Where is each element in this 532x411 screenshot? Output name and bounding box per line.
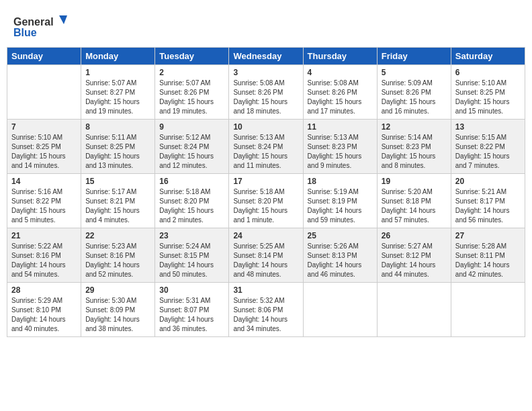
day-info: Sunrise: 5:12 AM Sunset: 8:24 PM Dayligh…	[159, 134, 214, 169]
day-info: Sunrise: 5:26 AM Sunset: 8:13 PM Dayligh…	[308, 242, 362, 278]
calendar-cell: 4 Sunrise: 5:08 AM Sunset: 8:26 PM Dayli…	[303, 65, 377, 120]
calendar-cell: 11 Sunrise: 5:13 AM Sunset: 8:23 PM Dayl…	[303, 120, 377, 174]
day-number: 21	[11, 231, 77, 240]
calendar-week-row: 7 Sunrise: 5:10 AM Sunset: 8:25 PM Dayli…	[7, 120, 525, 174]
calendar-cell: 28 Sunrise: 5:29 AM Sunset: 8:10 PM Dayl…	[7, 283, 81, 337]
day-info: Sunrise: 5:08 AM Sunset: 8:26 PM Dayligh…	[308, 79, 362, 115]
calendar-cell	[377, 283, 451, 337]
day-info: Sunrise: 5:18 AM Sunset: 8:20 PM Dayligh…	[159, 188, 214, 224]
day-info: Sunrise: 5:08 AM Sunset: 8:26 PM Dayligh…	[233, 79, 287, 115]
day-number: 28	[11, 285, 77, 295]
svg-text:Blue: Blue	[13, 27, 37, 38]
day-number: 29	[85, 285, 150, 295]
day-info: Sunrise: 5:25 AM Sunset: 8:14 PM Dayligh…	[233, 242, 287, 278]
calendar-cell: 19 Sunrise: 5:20 AM Sunset: 8:18 PM Dayl…	[377, 174, 451, 228]
calendar-cell	[451, 283, 525, 337]
day-info: Sunrise: 5:32 AM Sunset: 8:06 PM Dayligh…	[233, 297, 287, 332]
day-info: Sunrise: 5:19 AM Sunset: 8:19 PM Dayligh…	[308, 188, 362, 224]
header: General Blue	[7, 7, 525, 44]
day-info: Sunrise: 5:11 AM Sunset: 8:25 PM Dayligh…	[85, 134, 140, 169]
day-number: 24	[233, 231, 298, 240]
day-number: 10	[233, 122, 298, 132]
calendar-cell: 13 Sunrise: 5:15 AM Sunset: 8:22 PM Dayl…	[451, 120, 525, 174]
calendar-cell: 7 Sunrise: 5:10 AM Sunset: 8:25 PM Dayli…	[7, 120, 81, 174]
calendar: SundayMondayTuesdayWednesdayThursdayFrid…	[7, 47, 525, 337]
calendar-cell: 18 Sunrise: 5:19 AM Sunset: 8:19 PM Dayl…	[303, 174, 377, 228]
calendar-cell: 16 Sunrise: 5:18 AM Sunset: 8:20 PM Dayl…	[155, 174, 229, 228]
day-number: 5	[382, 68, 447, 77]
day-number: 16	[159, 177, 224, 186]
calendar-cell: 1 Sunrise: 5:07 AM Sunset: 8:27 PM Dayli…	[81, 65, 155, 120]
header-cell-sunday: Sunday	[7, 48, 81, 65]
calendar-cell: 15 Sunrise: 5:17 AM Sunset: 8:21 PM Dayl…	[81, 174, 155, 228]
svg-marker-1	[59, 15, 67, 24]
day-info: Sunrise: 5:16 AM Sunset: 8:22 PM Dayligh…	[11, 188, 66, 224]
logo-text: General Blue	[13, 12, 81, 42]
day-info: Sunrise: 5:18 AM Sunset: 8:20 PM Dayligh…	[233, 188, 287, 224]
calendar-cell: 2 Sunrise: 5:07 AM Sunset: 8:26 PM Dayli…	[155, 65, 229, 120]
day-info: Sunrise: 5:07 AM Sunset: 8:26 PM Dayligh…	[159, 79, 214, 115]
day-number: 30	[159, 285, 224, 295]
day-number: 25	[308, 231, 373, 240]
calendar-cell: 8 Sunrise: 5:11 AM Sunset: 8:25 PM Dayli…	[81, 120, 155, 174]
calendar-week-row: 28 Sunrise: 5:29 AM Sunset: 8:10 PM Dayl…	[7, 283, 525, 337]
day-info: Sunrise: 5:09 AM Sunset: 8:26 PM Dayligh…	[382, 79, 436, 115]
day-number: 19	[382, 177, 447, 186]
day-info: Sunrise: 5:31 AM Sunset: 8:07 PM Dayligh…	[159, 297, 214, 332]
calendar-cell: 30 Sunrise: 5:31 AM Sunset: 8:07 PM Dayl…	[155, 283, 229, 337]
day-number: 13	[455, 122, 521, 132]
day-number: 27	[455, 231, 521, 240]
day-info: Sunrise: 5:28 AM Sunset: 8:11 PM Dayligh…	[455, 242, 510, 278]
day-number: 23	[159, 231, 224, 240]
calendar-cell: 27 Sunrise: 5:28 AM Sunset: 8:11 PM Dayl…	[451, 228, 525, 283]
svg-text:General: General	[13, 16, 54, 28]
calendar-cell: 23 Sunrise: 5:24 AM Sunset: 8:15 PM Dayl…	[155, 228, 229, 283]
header-cell-wednesday: Wednesday	[229, 48, 303, 65]
header-cell-tuesday: Tuesday	[155, 48, 229, 65]
day-number: 8	[85, 122, 150, 132]
day-number: 15	[85, 177, 150, 186]
day-info: Sunrise: 5:17 AM Sunset: 8:21 PM Dayligh…	[85, 188, 140, 224]
day-number: 18	[308, 177, 373, 186]
day-number: 31	[233, 285, 298, 295]
day-number: 26	[382, 231, 447, 240]
calendar-cell: 6 Sunrise: 5:10 AM Sunset: 8:25 PM Dayli…	[451, 65, 525, 120]
day-info: Sunrise: 5:30 AM Sunset: 8:09 PM Dayligh…	[85, 297, 140, 332]
calendar-header-row: SundayMondayTuesdayWednesdayThursdayFrid…	[7, 48, 525, 65]
calendar-cell	[7, 65, 81, 120]
header-cell-thursday: Thursday	[303, 48, 377, 65]
day-info: Sunrise: 5:14 AM Sunset: 8:23 PM Dayligh…	[382, 134, 436, 169]
day-info: Sunrise: 5:10 AM Sunset: 8:25 PM Dayligh…	[455, 79, 510, 115]
calendar-cell: 3 Sunrise: 5:08 AM Sunset: 8:26 PM Dayli…	[229, 65, 303, 120]
day-info: Sunrise: 5:27 AM Sunset: 8:12 PM Dayligh…	[382, 242, 436, 278]
calendar-cell: 24 Sunrise: 5:25 AM Sunset: 8:14 PM Dayl…	[229, 228, 303, 283]
day-info: Sunrise: 5:29 AM Sunset: 8:10 PM Dayligh…	[11, 297, 66, 332]
day-number: 2	[159, 68, 224, 77]
day-info: Sunrise: 5:21 AM Sunset: 8:17 PM Dayligh…	[455, 188, 510, 224]
day-number: 7	[11, 122, 77, 132]
calendar-cell	[303, 283, 377, 337]
day-number: 17	[233, 177, 298, 186]
header-cell-monday: Monday	[81, 48, 155, 65]
header-cell-saturday: Saturday	[451, 48, 525, 65]
day-number: 6	[455, 68, 521, 77]
day-info: Sunrise: 5:13 AM Sunset: 8:24 PM Dayligh…	[233, 134, 287, 169]
day-number: 12	[382, 122, 447, 132]
calendar-cell: 29 Sunrise: 5:30 AM Sunset: 8:09 PM Dayl…	[81, 283, 155, 337]
day-number: 4	[308, 68, 373, 77]
logo: General Blue	[13, 12, 81, 42]
calendar-cell: 17 Sunrise: 5:18 AM Sunset: 8:20 PM Dayl…	[229, 174, 303, 228]
day-info: Sunrise: 5:20 AM Sunset: 8:18 PM Dayligh…	[382, 188, 436, 224]
calendar-cell: 12 Sunrise: 5:14 AM Sunset: 8:23 PM Dayl…	[377, 120, 451, 174]
calendar-cell: 14 Sunrise: 5:16 AM Sunset: 8:22 PM Dayl…	[7, 174, 81, 228]
day-number: 3	[233, 68, 298, 77]
calendar-cell: 20 Sunrise: 5:21 AM Sunset: 8:17 PM Dayl…	[451, 174, 525, 228]
day-info: Sunrise: 5:10 AM Sunset: 8:25 PM Dayligh…	[11, 134, 66, 169]
calendar-cell: 21 Sunrise: 5:22 AM Sunset: 8:16 PM Dayl…	[7, 228, 81, 283]
calendar-cell: 22 Sunrise: 5:23 AM Sunset: 8:16 PM Dayl…	[81, 228, 155, 283]
day-info: Sunrise: 5:15 AM Sunset: 8:22 PM Dayligh…	[455, 134, 510, 169]
day-info: Sunrise: 5:23 AM Sunset: 8:16 PM Dayligh…	[85, 242, 140, 278]
day-number: 20	[455, 177, 521, 186]
day-info: Sunrise: 5:07 AM Sunset: 8:27 PM Dayligh…	[85, 79, 140, 115]
day-number: 1	[85, 68, 150, 77]
